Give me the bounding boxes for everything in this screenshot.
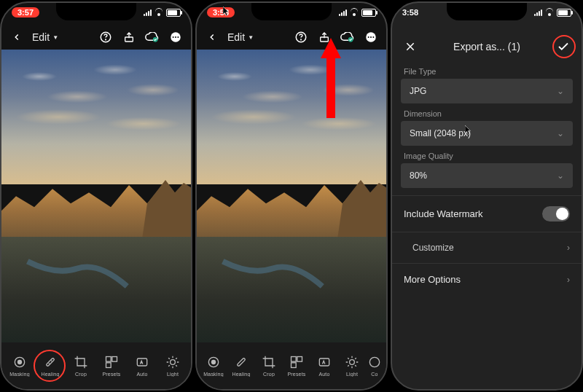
more-button[interactable] xyxy=(168,29,184,45)
phone-screen-2: 3:58 Edit▼ xyxy=(195,1,388,391)
confirm-button[interactable] xyxy=(555,39,571,55)
close-button[interactable] xyxy=(402,39,418,55)
image-quality-value: 80% xyxy=(410,170,427,181)
include-watermark-row: Include Watermark xyxy=(392,195,582,232)
chevron-right-icon: › xyxy=(567,243,570,253)
crop-icon xyxy=(262,355,276,369)
status-time: 3:57 xyxy=(12,7,39,17)
svg-point-6 xyxy=(175,36,176,38)
svg-point-1 xyxy=(106,39,106,40)
edit-label: Edit xyxy=(32,31,50,43)
battery-icon xyxy=(166,9,181,17)
tool-healing[interactable]: Healing xyxy=(35,355,66,377)
share-button[interactable] xyxy=(121,29,137,45)
presets-icon xyxy=(104,355,119,369)
export-options-panel: File Type JPG ⌄ Dimension Small (2048 px… xyxy=(392,61,582,389)
more-options-label: More Options xyxy=(404,274,461,285)
svg-rect-13 xyxy=(106,357,111,362)
chevron-down-icon: ⌄ xyxy=(557,86,564,96)
back-button[interactable] xyxy=(9,29,25,45)
watermark-toggle[interactable] xyxy=(542,206,570,222)
masking-icon xyxy=(12,355,27,369)
auto-icon xyxy=(317,355,332,369)
svg-point-24 xyxy=(370,36,372,38)
customize-watermark-row[interactable]: Customize › xyxy=(392,232,582,263)
healing-icon xyxy=(234,355,249,369)
cellular-icon xyxy=(144,9,152,16)
svg-rect-31 xyxy=(292,363,297,368)
tool-light[interactable]: Light xyxy=(157,355,188,377)
file-type-label: File Type xyxy=(392,61,582,79)
edit-menu-button[interactable]: Edit▼ xyxy=(227,31,254,43)
cellular-icon xyxy=(534,9,542,16)
status-icons xyxy=(534,9,571,17)
edit-menu-button[interactable]: Edit ▼ xyxy=(32,31,58,43)
tool-crop[interactable]: Crop xyxy=(66,355,96,377)
crop-icon xyxy=(74,355,88,369)
more-button[interactable] xyxy=(363,29,379,45)
wifi-icon xyxy=(545,9,554,16)
svg-point-17 xyxy=(171,360,176,365)
tool-healing[interactable]: Healing xyxy=(227,355,255,377)
svg-rect-28 xyxy=(237,358,246,366)
svg-point-33 xyxy=(350,360,355,365)
light-icon xyxy=(345,355,359,369)
tool-presets[interactable]: Presets xyxy=(96,355,127,377)
editor-top-bar: Edit ▼ xyxy=(1,25,191,50)
svg-point-23 xyxy=(368,36,369,38)
tool-light[interactable]: Light xyxy=(338,355,366,377)
export-title: Export as... (1) xyxy=(418,41,555,52)
image-quality-select[interactable]: 80% ⌄ xyxy=(401,163,573,188)
chevron-down-icon: ⌄ xyxy=(557,170,564,181)
tool-color-partial[interactable]: Co xyxy=(366,355,383,377)
status-time: 3:58 xyxy=(402,8,418,17)
wifi-icon xyxy=(154,9,163,16)
tool-presets[interactable]: Presets xyxy=(283,355,310,377)
phone-screen-1: 3:57 Edit ▼ xyxy=(0,1,192,391)
watermark-label: Include Watermark xyxy=(404,208,483,219)
svg-point-7 xyxy=(177,36,179,38)
editor-top-bar: Edit▼ xyxy=(197,25,386,50)
bottom-toolbar: Masking Healing Crop Presets Auto Light xyxy=(1,342,191,389)
more-options-row[interactable]: More Options › xyxy=(392,263,582,295)
svg-line-12 xyxy=(51,361,52,361)
tool-masking[interactable]: Masking xyxy=(4,355,35,377)
file-type-select[interactable]: JPG ⌄ xyxy=(401,79,573,103)
svg-point-5 xyxy=(173,36,174,38)
battery-icon xyxy=(361,9,376,17)
wifi-icon xyxy=(350,9,359,16)
tool-auto[interactable]: Auto xyxy=(310,355,338,377)
tool-auto[interactable]: Auto xyxy=(127,355,157,377)
light-icon xyxy=(165,355,180,369)
chevron-down-icon: ⌄ xyxy=(557,128,564,138)
svg-rect-10 xyxy=(46,358,55,366)
share-button[interactable] xyxy=(316,29,332,45)
tool-masking[interactable]: Masking xyxy=(200,355,227,377)
masking-icon xyxy=(206,355,221,369)
cellular-icon xyxy=(339,9,347,16)
export-header: Export as... (1) xyxy=(392,32,582,61)
svg-point-34 xyxy=(369,357,379,366)
cloud-sync-button[interactable] xyxy=(144,29,160,45)
status-time: 3:58 xyxy=(207,7,235,17)
svg-rect-30 xyxy=(297,357,302,362)
file-type-value: JPG xyxy=(410,86,426,96)
photo-canvas[interactable] xyxy=(1,50,191,342)
help-button[interactable] xyxy=(98,29,114,45)
customize-label: Customize xyxy=(412,243,454,253)
cloud-sync-button[interactable] xyxy=(340,29,356,45)
dimension-value: Small (2048 px) xyxy=(410,128,471,138)
svg-point-27 xyxy=(212,361,216,364)
healing-icon xyxy=(43,355,58,369)
tool-crop[interactable]: Crop xyxy=(255,355,283,377)
svg-point-25 xyxy=(372,36,374,38)
back-button[interactable] xyxy=(204,29,220,45)
battery-icon xyxy=(557,9,571,17)
color-icon xyxy=(367,355,382,369)
svg-point-19 xyxy=(301,39,302,40)
photo-canvas[interactable] xyxy=(197,50,386,342)
status-bar: 3:58 xyxy=(197,6,386,19)
svg-rect-29 xyxy=(292,357,297,362)
help-button[interactable] xyxy=(293,29,309,45)
dimension-select[interactable]: Small (2048 px) ⌄ xyxy=(401,121,573,146)
